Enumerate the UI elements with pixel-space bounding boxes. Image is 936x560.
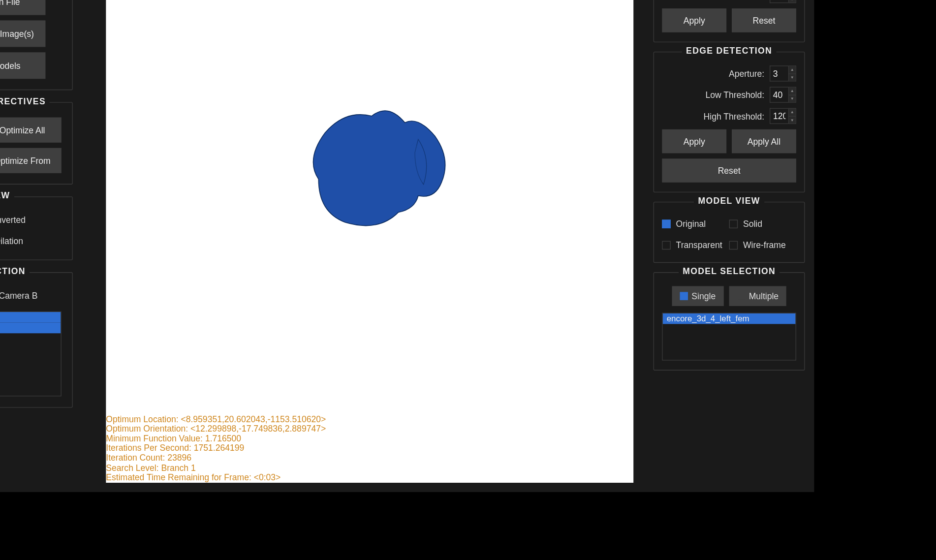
edge-reset-button[interactable]: Reset (662, 158, 796, 183)
image-view-inverted-check[interactable]: Inverted (0, 212, 52, 227)
edge-high-label: High Threshold: (704, 111, 765, 121)
edge-apply-button[interactable]: Apply (662, 129, 726, 154)
image-view-dilation-check[interactable]: Dilation (0, 233, 52, 249)
image-selection-list[interactable]: A: Camera A Frame 1 B: Camera B Frame 1 (0, 311, 62, 397)
edge-low-label: Low Threshold: (705, 90, 764, 100)
image-selection-title: IMAGE SELECTION (0, 266, 30, 276)
spin-up-icon[interactable]: ▲ (789, 88, 796, 95)
edge-high-input[interactable] (770, 108, 788, 124)
checkbox-icon (662, 219, 671, 228)
edge-low-spinbox[interactable]: ▲▼ (770, 87, 796, 102)
checkbox-icon (662, 241, 671, 249)
edge-apply-all-button[interactable]: Apply All (732, 129, 796, 154)
edge-high-spinbox[interactable]: ▲▼ (770, 108, 796, 124)
edge-aperture-spinbox[interactable]: ▲▼ (770, 65, 796, 81)
dilation-maximum-input[interactable] (770, 0, 788, 3)
viewport-3d[interactable]: Optimum Location: <8.959351,20.602043,-1… (106, 0, 633, 483)
camera-b-check[interactable]: Camera B (0, 287, 37, 303)
image-view-title: IMAGE VIEW (0, 190, 14, 200)
edge-title: EDGE DETECTION (682, 46, 776, 56)
model-selection-title: MODEL SELECTION (679, 266, 780, 276)
preprocessor-panel: PREPROCESSOR Load Calibration File Load … (0, 0, 73, 90)
optimization-title: OPTIMIZATION DIRECTIVES (0, 96, 50, 106)
label: Multiple (749, 291, 779, 301)
edge-low-input[interactable] (770, 87, 788, 102)
dilation-panel: DILATION Maximum: ▲▼ Apply Reset (654, 0, 805, 42)
label: Wire-frame (743, 240, 786, 250)
spin-down-icon[interactable]: ▼ (789, 0, 796, 2)
checkbox-icon (680, 292, 687, 300)
optimize-all-button[interactable]: Optimize All (0, 118, 62, 143)
load-calibration-button[interactable]: Load Calibration File (0, 0, 45, 15)
spin-up-icon[interactable]: ▲ (789, 109, 796, 117)
label: Original (676, 218, 706, 228)
optimize-from-button[interactable]: Optimize From (0, 148, 62, 173)
model-sel-multiple-button[interactable]: Multiple (729, 286, 786, 306)
viewport-stats-overlay: Optimum Location: <8.959351,20.602043,-1… (106, 415, 326, 483)
edge-aperture-input[interactable] (770, 65, 788, 81)
edge-detection-panel: EDGE DETECTION Aperture: ▲▼ Low Threshol… (654, 52, 805, 192)
label: Solid (743, 218, 762, 228)
list-item[interactable]: B: Camera B Frame 1 (0, 323, 61, 334)
spin-down-icon[interactable]: ▼ (789, 74, 796, 81)
model-selection-list[interactable]: encore_3d_4_left_fem (662, 312, 796, 360)
spin-down-icon[interactable]: ▼ (789, 95, 796, 102)
edge-aperture-label: Aperture: (729, 68, 764, 78)
image-selection-panel: IMAGE SELECTION Camera A Camera B A: Cam… (0, 272, 73, 407)
checkbox-icon (729, 219, 738, 228)
model-sel-single-button[interactable]: Single (672, 286, 723, 306)
model-view-panel: MODEL VIEW Original Solid Transparent (654, 202, 805, 263)
implant-model (299, 106, 452, 239)
label: Single (691, 291, 716, 301)
dilation-maximum-spinbox[interactable]: ▲▼ (770, 0, 796, 3)
load-fluoroscopic-button[interactable]: Load Fluoroscopic Image(s) (0, 20, 45, 47)
dilation-apply-button[interactable]: Apply (662, 8, 726, 32)
model-view-transparent-check[interactable]: Transparent (662, 237, 729, 253)
optimization-panel: OPTIMIZATION DIRECTIVES Optimize Optimiz… (0, 102, 73, 184)
image-view-panel: IMAGE VIEW Original Inverted Edges (0, 196, 73, 260)
label: Dilation (0, 236, 23, 246)
label: Transparent (676, 240, 722, 250)
label: Inverted (0, 215, 26, 224)
checkbox-icon (729, 241, 738, 249)
model-view-solid-check[interactable]: Solid (729, 216, 796, 231)
label: Camera B (0, 290, 37, 300)
load-implant-button[interactable]: Load Implant Models (0, 52, 45, 79)
list-item[interactable]: A: Camera A Frame 1 (0, 312, 61, 323)
model-view-wireframe-check[interactable]: Wire-frame (729, 237, 796, 253)
model-view-title: MODEL VIEW (694, 196, 764, 206)
model-view-original-check[interactable]: Original (662, 216, 729, 231)
checkbox-icon (737, 292, 745, 300)
list-item[interactable]: encore_3d_4_left_fem (663, 313, 796, 324)
dilation-reset-button[interactable]: Reset (732, 8, 796, 32)
model-selection-panel: MODEL SELECTION Single Multiple encore_3… (654, 272, 805, 371)
spin-up-icon[interactable]: ▲ (789, 66, 796, 74)
spin-down-icon[interactable]: ▼ (789, 117, 796, 124)
